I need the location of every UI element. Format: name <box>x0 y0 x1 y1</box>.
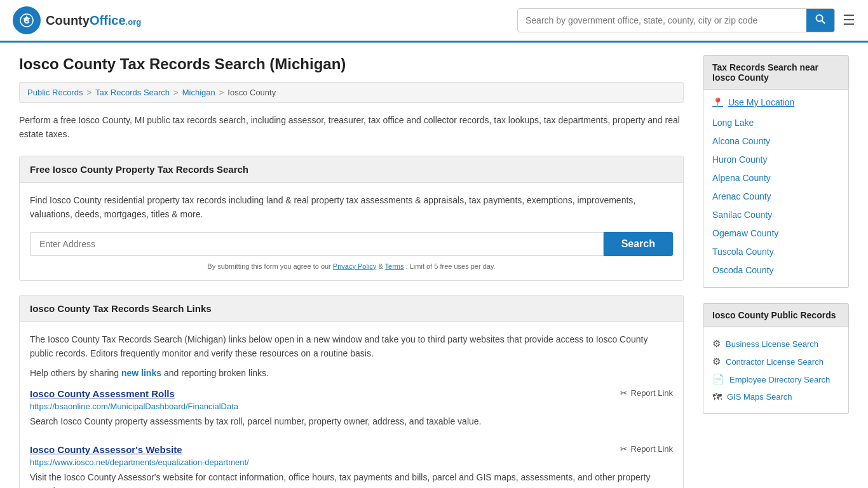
new-links-link[interactable]: new links <box>121 368 161 378</box>
breadcrumb-michigan[interactable]: Michigan <box>182 88 215 97</box>
content-area: Iosco County Tax Records Search (Michiga… <box>19 55 703 488</box>
logo-icon: C <box>13 6 41 34</box>
report-link-label-1: Report Link <box>631 444 673 454</box>
page-title: Iosco County Tax Records Search (Michiga… <box>19 55 684 73</box>
breadcrumb-sep-1: > <box>86 88 92 97</box>
sidebar-nearby-link-1[interactable]: Alcona County <box>712 132 839 151</box>
breadcrumb-sep-3: > <box>219 88 224 97</box>
property-tax-section: Free Iosco County Property Tax Records S… <box>19 156 684 281</box>
sidebar-nearby-link-4[interactable]: Arenac County <box>712 187 839 206</box>
privacy-policy-link[interactable]: Privacy Policy <box>333 262 376 270</box>
use-my-location-label: Use My Location <box>728 97 794 107</box>
breadcrumb-sep-2: > <box>173 88 179 97</box>
link-item-0-title-link[interactable]: Iosco County Assessment Rolls <box>30 388 175 399</box>
link-item-0-title: Iosco County Assessment Rolls <box>30 388 175 399</box>
sidebar-pub-item-3: 🗺 GIS Maps Search <box>712 388 839 405</box>
logo-text: CountyOffice.org <box>46 13 141 28</box>
svg-line-4 <box>822 21 825 24</box>
employee-directory-search-link[interactable]: Employee Directory Search <box>729 375 830 384</box>
main-container: Iosco County Tax Records Search (Michiga… <box>0 43 868 488</box>
sidebar-nearby-body: 📍 Use My Location Long Lake Alcona Count… <box>703 90 849 288</box>
report-link-button-0[interactable]: ✂ Report Link <box>620 388 673 398</box>
link-item-0: Iosco County Assessment Rolls ✂ Report L… <box>30 388 673 428</box>
contractor-license-search-link[interactable]: Contractor License Search <box>726 357 824 367</box>
sidebar-nearby-link-5[interactable]: Sanilac County <box>712 206 839 224</box>
global-search-input[interactable] <box>518 10 806 30</box>
terms-link[interactable]: Terms <box>385 262 404 270</box>
tax-links-heading: Iosco County Tax Records Search Links <box>20 295 683 322</box>
broken-note: and reporting broken links. <box>164 368 269 378</box>
breadcrumb-current: Iosco County <box>227 88 276 97</box>
breadcrumb-public-records[interactable]: Public Records <box>27 88 83 97</box>
doc-icon: 📄 <box>712 374 724 385</box>
property-tax-heading: Free Iosco County Property Tax Records S… <box>20 156 683 183</box>
property-search-desc: Find Iosco County residential property t… <box>30 193 673 222</box>
sidebar-pub-item-0: ⚙ Business License Search <box>712 335 839 353</box>
sidebar-pub-item-1: ⚙ Contractor License Search <box>712 353 839 370</box>
address-search-form: Search <box>30 232 673 256</box>
sidebar-nearby-link-3[interactable]: Alpena County <box>712 169 839 187</box>
sidebar-nearby-link-8[interactable]: Oscoda County <box>712 261 839 280</box>
use-my-location-button[interactable]: 📍 Use My Location <box>712 97 794 107</box>
sidebar-public-records-section: Iosco County Public Records ⚙ Business L… <box>703 303 849 414</box>
link-item-1: Iosco County Assessor's Website ✂ Report… <box>30 444 673 488</box>
link-item-1-title-link[interactable]: Iosco County Assessor's Website <box>30 444 182 455</box>
disclaimer-text: By submitting this form you agree to our <box>207 262 330 270</box>
global-search-bar <box>517 8 835 32</box>
sidebar-nearby-heading: Tax Records Search near Iosco County <box>703 55 849 90</box>
property-tax-body: Find Iosco County residential property t… <box>20 183 683 280</box>
sidebar-public-records-body: ⚙ Business License Search ⚙ Contractor L… <box>703 327 849 414</box>
global-search-button[interactable] <box>806 9 834 32</box>
gis-maps-search-link[interactable]: GIS Maps Search <box>727 392 792 402</box>
sidebar-nearby-link-7[interactable]: Tuscola County <box>712 243 839 261</box>
hamburger-menu-button[interactable]: ☰ <box>843 12 855 29</box>
tax-links-section: Iosco County Tax Records Search Links Th… <box>19 295 684 488</box>
sidebar-nearby-link-2[interactable]: Huron County <box>712 151 839 169</box>
form-disclaimer: By submitting this form you agree to our… <box>30 262 673 270</box>
report-link-label-0: Report Link <box>631 388 673 398</box>
address-search-input[interactable] <box>30 232 604 256</box>
sidebar-public-records-heading: Iosco County Public Records <box>703 303 849 327</box>
sidebar: Tax Records Search near Iosco County 📍 U… <box>703 55 849 488</box>
site-header: C CountyOffice.org ☰ <box>0 0 868 43</box>
location-icon: 📍 <box>712 97 723 107</box>
gear-icon-1: ⚙ <box>712 356 721 367</box>
logo-area: C CountyOffice.org <box>13 6 141 34</box>
gear-icon-0: ⚙ <box>712 338 721 349</box>
address-search-button[interactable]: Search <box>604 232 673 256</box>
link-item-1-header: Iosco County Assessor's Website ✂ Report… <box>30 444 673 455</box>
business-license-search-link[interactable]: Business License Search <box>726 339 818 349</box>
link-item-0-url: https://bsaonline.com/MunicipalDashboard… <box>30 402 673 411</box>
link-item-0-header: Iosco County Assessment Rolls ✂ Report L… <box>30 388 673 399</box>
link-item-1-desc: Visit the Iosco County Assessor's websit… <box>30 470 673 488</box>
breadcrumb-tax-records-search[interactable]: Tax Records Search <box>95 88 170 97</box>
sidebar-nearby-link-6[interactable]: Ogemaw County <box>712 224 839 243</box>
sidebar-nearby-section: Tax Records Search near Iosco County 📍 U… <box>703 55 849 288</box>
disclaimer-limit: . Limit of 5 free uses per day. <box>406 262 496 270</box>
report-link-button-1[interactable]: ✂ Report Link <box>620 444 673 454</box>
sidebar-nearby-link-0[interactable]: Long Lake <box>712 114 839 132</box>
link-item-1-url: https://www.iosco.net/departments/equali… <box>30 458 673 467</box>
scissors-icon-1: ✂ <box>620 444 627 454</box>
breadcrumb: Public Records > Tax Records Search > Mi… <box>19 82 684 103</box>
link-item-0-desc: Search Iosco County property assessments… <box>30 414 673 428</box>
svg-point-3 <box>817 15 823 22</box>
links-description: The Iosco County Tax Records Search (Mic… <box>30 332 673 361</box>
new-links-prefix: Help others by sharing <box>30 368 119 378</box>
tax-links-body: The Iosco County Tax Records Search (Mic… <box>20 322 683 488</box>
link-item-1-title: Iosco County Assessor's Website <box>30 444 182 455</box>
new-links-note: Help others by sharing new links and rep… <box>30 368 673 378</box>
sidebar-pub-item-2: 📄 Employee Directory Search <box>712 370 839 388</box>
intro-text: Perform a free Iosco County, MI public t… <box>19 113 684 142</box>
scissors-icon-0: ✂ <box>620 388 627 398</box>
map-icon: 🗺 <box>712 391 722 402</box>
disclaimer-and: & <box>378 262 384 270</box>
